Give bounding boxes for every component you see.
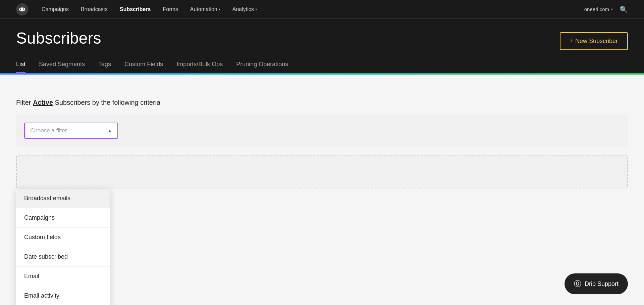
drip-support-button[interactable]: ⓪ Drip Support <box>565 273 628 294</box>
account-menu[interactable]: oneed.com ▾ <box>584 6 613 12</box>
filter-option-email[interactable]: Email <box>16 267 110 286</box>
filter-option-custom-fields[interactable]: Custom fields <box>16 228 110 247</box>
search-icon[interactable]: 🔍 <box>620 5 628 13</box>
tab-tags[interactable]: Tags <box>98 57 111 73</box>
help-circle-icon: ⓪ <box>574 279 581 289</box>
nav-subscribers[interactable]: Subscribers <box>120 6 151 12</box>
tab-saved-segments[interactable]: Saved Segments <box>39 57 85 73</box>
automation-chevron-icon: ▾ <box>219 7 220 11</box>
filter-dropdown[interactable]: Choose a filter... ▲ <box>24 123 118 139</box>
filter-active-label: Active <box>33 99 53 106</box>
page-header: Subscribers + New Subscriber <box>0 19 644 50</box>
filter-option-date-subscribed[interactable]: Date subscribed <box>16 247 110 267</box>
nav-broadcasts[interactable]: Broadcasts <box>81 6 108 12</box>
filter-option-email-activity[interactable]: Email activity <box>16 286 110 305</box>
main-content: Filter Active Subscribers by the followi… <box>0 75 644 305</box>
tab-custom-fields[interactable]: Custom Fields <box>124 57 163 73</box>
filter-container: Choose a filter... ▲ <box>16 115 628 147</box>
tab-imports-bulk-ops[interactable]: Imports/Bulk Ops <box>176 57 223 73</box>
chevron-up-icon: ▲ <box>107 128 112 133</box>
tabs-bar: List Saved Segments Tags Custom Fields I… <box>0 57 644 73</box>
tab-pruning-operations[interactable]: Pruning Operations <box>236 57 288 73</box>
analytics-chevron-icon: ▾ <box>255 7 257 11</box>
logo-icon[interactable] <box>16 3 28 15</box>
drip-support-label: Drip Support <box>585 280 619 288</box>
filter-option-broadcast-emails[interactable]: Broadcast emails <box>16 189 110 208</box>
svg-point-1 <box>21 8 23 11</box>
top-nav: Campaigns Broadcasts Subscribers Forms A… <box>0 0 644 19</box>
filter-option-campaigns[interactable]: Campaigns <box>16 208 110 228</box>
account-chevron-icon: ▾ <box>611 7 613 11</box>
filter-text: Filter Active Subscribers by the followi… <box>16 99 628 106</box>
filter-placeholder: Choose a filter... <box>30 127 71 134</box>
nav-forms[interactable]: Forms <box>163 6 178 12</box>
nav-analytics[interactable]: Analytics ▾ <box>232 6 257 12</box>
nav-automation[interactable]: Automation ▾ <box>190 6 220 12</box>
second-filter-area <box>16 155 628 188</box>
filter-dropdown-menu: Broadcast emails Campaigns Custom fields… <box>16 189 110 305</box>
new-subscriber-button[interactable]: + New Subscriber <box>560 32 628 50</box>
page-title: Subscribers <box>16 30 101 47</box>
nav-right: oneed.com ▾ 🔍 <box>584 5 628 13</box>
nav-links: Campaigns Broadcasts Subscribers Forms A… <box>42 6 584 12</box>
tab-list[interactable]: List <box>16 57 25 73</box>
nav-campaigns[interactable]: Campaigns <box>42 6 69 12</box>
